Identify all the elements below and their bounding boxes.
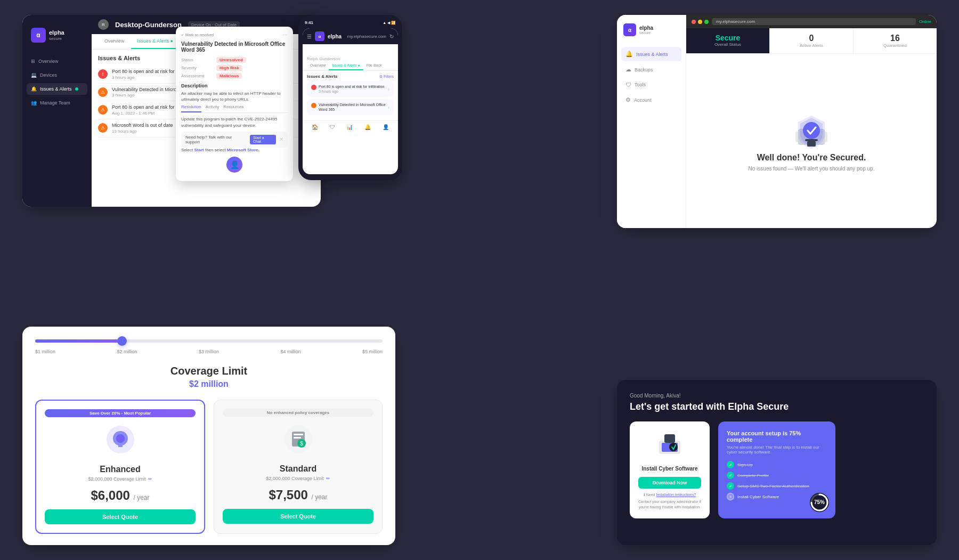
mobile-logo-text: elpha [328,34,342,39]
plan-enhanced-name: Enhanced [45,465,196,474]
plan-enhanced-icon [45,424,196,460]
status-overall-value: Secure [693,34,763,42]
plan-standard-name: Standard [223,464,373,474]
status-card-overall: Secure Overall Status [686,28,770,53]
slider-label-5: $5 million [362,349,383,354]
mobile-device-name: Desktop-Gunderson [303,44,398,56]
mobile-alert-1[interactable]: Port 80 is open and at risk for infiltra… [307,81,394,97]
tab-overview[interactable]: Overview [98,34,131,49]
tr-nav-backups[interactable]: ☁ Backups [621,62,681,77]
gs-greeting: Good Morning, Akiva! [630,393,924,399]
close-dot[interactable] [692,20,696,24]
plan-cards: Save Over 20% - Most Popular Enhanced $2… [35,400,383,534]
assessment-label: Assessment [181,74,213,78]
progress-title: Your account setup is 75% complete [727,430,827,443]
online-badge: Online [919,19,931,24]
status-alerts-value: 0 [776,34,847,43]
close-help-icon[interactable]: ✕ [279,136,283,142]
select-standard-button[interactable]: Select Quote [223,509,373,524]
mobile-alert-2[interactable]: Vulnerability Detected in Microsoft Offi… [307,99,394,115]
plan-card-enhanced: Save Over 20% - Most Popular Enhanced $2… [35,400,205,534]
progress-sub: You're almost done! The final step is to… [727,445,827,455]
installation-instructions-link[interactable]: Installation instructions? [656,493,696,497]
tr-logo-icon: α [623,23,636,36]
mobile-tab-backup[interactable]: File Back [363,61,385,70]
severity-label: Severity [181,66,213,70]
plan-standard-price-sub: / year [312,493,328,501]
nav-item-overview[interactable]: ⊞ Overview [27,55,87,67]
slider-label-4: $4 million [280,349,300,354]
mobile-alert-text-1: Port 80 is open and at risk for infiltra… [319,84,388,94]
mobile-refresh-icon[interactable]: ↻ [389,34,394,39]
progress-card: Your account setup is 75% complete You'r… [718,421,835,518]
detail-title: Vulnerability Detected in Microsoft Offi… [181,41,288,53]
start-chat-button[interactable]: Start a Chat [250,135,276,144]
select-enhanced-button[interactable]: Select Quote [45,509,196,524]
mobile-tab-overview[interactable]: Overview [307,61,329,70]
plan-standard-icon: $ [223,423,373,460]
tr-nav-tools[interactable]: 🛡 Tools [621,78,681,92]
mobile-url: my.elphasecure.com [347,34,386,39]
check-icon-install: + [727,493,734,500]
checklist-profile-label: Complete Profile [737,473,769,478]
detail-close-icon[interactable]: ⋯ [282,32,288,38]
download-button[interactable]: Download Now [638,477,701,489]
tr-logo-text: elpha [639,25,653,31]
detail-severity-row: Severity High Risk [181,65,288,71]
mobile-nav-person-icon[interactable]: 👤 [383,124,389,130]
mobile-nav-bell-icon[interactable]: 🔔 [364,124,371,130]
detail-status-row: Status Unresolved [181,57,288,63]
tr-nav-alerts[interactable]: 🔔 Issues & Alerts [621,47,681,61]
mobile-tab-alerts[interactable]: Issues & Alerts ● [329,61,363,70]
svg-rect-10 [294,437,301,439]
install-title: Install Cyber Software [638,466,701,472]
mobile-inner: ☰ α elpha my.elphasecure.com ↻ Desktop-G… [303,28,398,174]
tab-issues-alerts[interactable]: Issues & Alerts ● [131,34,180,49]
help-text: Need help? Talk with our support [185,135,247,144]
tr-nav-tools-icon: 🛡 [625,82,631,88]
maximize-dot[interactable] [704,20,709,24]
get-started-content: Good Morning, Akiva! Let's get started w… [630,393,924,532]
mobile-nav-chart-icon[interactable]: 📊 [346,124,353,130]
gs-cards-row: Install Cyber Software Download Now ℹ Ne… [630,421,924,518]
mobile-nav-home-icon[interactable]: 🏠 [312,124,318,130]
checklist-sms-label: Setup SMS Two-Factor Authentication [737,484,809,489]
progress-circle: 75% [810,493,829,512]
mobile-hamburger-icon[interactable]: ☰ [307,34,312,39]
tr-content: Well done! You're Secured. No issues fou… [686,54,937,228]
nav-item-alerts[interactable]: 🔔 Issues & Alerts [27,83,87,95]
slider-thumb[interactable] [117,336,127,346]
tab-resources[interactable]: Resources [223,102,243,112]
mobile-filter-button[interactable]: ⚙ Filters [379,75,394,79]
tr-nav-alerts-icon: 🔔 [625,51,633,58]
tr-nav-backups-icon: ☁ [625,66,631,73]
detail-panel: ✓ Mark as resolved ⋯ Vulnerability Detec… [176,27,293,181]
description-text: An attacker may be able to infect an HTT… [181,91,288,102]
minimize-dot[interactable] [698,20,702,24]
coverage-edit-icon[interactable]: ✏ [148,476,152,482]
tab-resolution[interactable]: Resolution [181,102,201,112]
slider-track [35,339,383,343]
tr-nav-account[interactable]: ⚙ Account [621,93,681,107]
nav-item-team[interactable]: 👥 Manage Team [27,97,87,109]
store-instruction: Select Start then select Microsoft Store… [181,148,288,152]
checklist-item-signup: ✓ Sign-Up [727,461,827,468]
browser-url[interactable]: my.elphasecure.com [712,18,916,25]
nav-item-devices[interactable]: 💻 Devices [27,69,87,81]
svg-rect-9 [294,434,303,435]
checklist-install-label: Install Cyber Software [737,494,779,499]
install-help: ℹ Need Installation instructions? [638,493,701,497]
mobile-tabs: Overview Issues & Alerts ● File Back [303,61,398,71]
slider-label-3: $3 million [199,349,219,354]
mobile-alerts-header: Issues & Alerts ⚙ Filters [307,74,394,79]
tab-activity[interactable]: Activity [206,102,219,112]
detail-assessment-row: Assessment Malicious [181,73,288,79]
mobile-alert-arrow-1: › [388,86,389,92]
mobile-nav-shield-icon[interactable]: 🛡 [330,124,335,130]
browser-traffic-lights [692,20,709,24]
overview-icon: ⊞ [31,59,35,64]
install-icon [638,430,701,461]
status-alerts-label: Active Alerts [776,43,847,48]
standard-coverage-edit-icon[interactable]: ✏ [326,476,330,481]
logo-text: elpha [49,29,64,36]
